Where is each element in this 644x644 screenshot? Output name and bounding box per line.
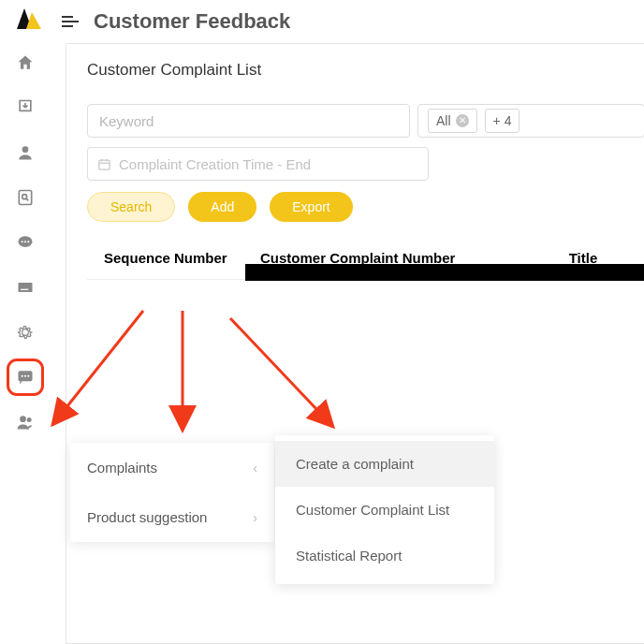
action-button-row: Search Add Export — [87, 192, 644, 222]
submenu-item-complaint-list[interactable]: Customer Complaint List — [275, 487, 494, 533]
svg-rect-3 — [19, 191, 31, 205]
search-button[interactable]: Search — [87, 192, 175, 222]
top-bar: Customer Feedback — [0, 0, 644, 43]
submenu-label: Complaints — [87, 460, 157, 476]
complaints-submenu: Create a complaint Customer Complaint Li… — [275, 435, 494, 584]
svg-rect-17 — [99, 160, 110, 169]
export-button[interactable]: Export — [270, 192, 352, 222]
card-icon[interactable] — [15, 277, 36, 298]
column-sequence: Sequence Number — [87, 250, 260, 266]
home-icon[interactable] — [15, 52, 36, 73]
redacted-bar — [245, 264, 644, 281]
svg-point-12 — [22, 375, 23, 377]
svg-rect-10 — [21, 289, 28, 290]
filter-chip-box: All ✕ + 4 — [417, 104, 644, 138]
date-placeholder: Complaint Creation Time - End — [119, 156, 311, 172]
submenu-label: Product suggestion — [87, 509, 207, 525]
filter-chip-all[interactable]: All ✕ — [428, 109, 477, 133]
svg-point-15 — [20, 416, 26, 422]
submenu-item-create-complaint[interactable]: Create a complaint — [275, 441, 494, 487]
panel-title: Customer Complaint List — [87, 61, 644, 80]
filter-chip-more[interactable]: + 4 — [485, 109, 520, 133]
left-sidebar — [0, 45, 51, 644]
submenu-item-complaints[interactable]: Complaints ‹ — [70, 443, 274, 492]
svg-point-13 — [24, 375, 26, 377]
add-button[interactable]: Add — [188, 192, 256, 222]
submenu-label: Statistical Report — [296, 548, 402, 564]
users-icon[interactable] — [15, 412, 36, 432]
chevron-left-icon: ‹ — [253, 461, 257, 476]
feedback-submenu: Complaints ‹ Product suggestion › — [70, 443, 274, 542]
svg-point-6 — [22, 241, 23, 242]
close-icon[interactable]: ✕ — [456, 114, 469, 127]
svg-rect-9 — [19, 283, 33, 292]
date-input[interactable]: Complaint Creation Time - End — [87, 147, 429, 181]
svg-point-7 — [24, 241, 26, 242]
page-title: Customer Feedback — [94, 9, 290, 34]
svg-point-8 — [27, 241, 29, 242]
gear-icon[interactable] — [15, 322, 36, 343]
search-doc-icon[interactable] — [15, 187, 36, 208]
filter-row: All ✕ + 4 — [87, 104, 644, 138]
svg-point-16 — [27, 417, 32, 422]
submenu-item-product-suggestion[interactable]: Product suggestion › — [70, 492, 274, 542]
svg-point-14 — [27, 375, 29, 377]
sms-icon[interactable] — [15, 232, 36, 253]
download-icon[interactable] — [15, 97, 36, 118]
keyword-input[interactable] — [87, 104, 410, 138]
submenu-label: Customer Complaint List — [296, 502, 449, 518]
svg-point-2 — [22, 146, 29, 153]
chevron-right-icon: › — [253, 510, 257, 525]
filter-chip-label: + 4 — [493, 113, 512, 128]
app-logo — [11, 5, 45, 38]
user-icon[interactable] — [15, 142, 36, 163]
submenu-item-statistical-report[interactable]: Statistical Report — [275, 533, 494, 578]
submenu-label: Create a complaint — [296, 456, 414, 472]
filter-chip-label: All — [436, 113, 451, 128]
calendar-icon — [97, 157, 111, 171]
menu-toggle-icon[interactable] — [62, 11, 82, 32]
chat-icon[interactable] — [15, 367, 36, 388]
